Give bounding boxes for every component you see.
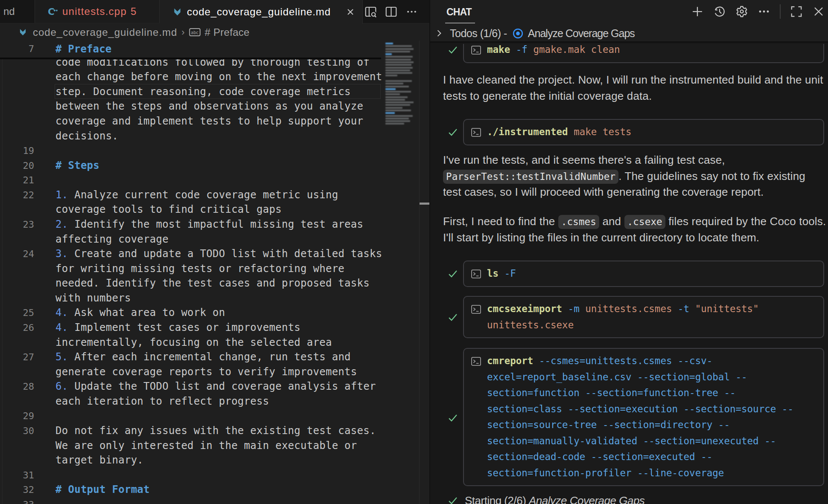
editor-line[interactable]: each iteration to reflect progress (0, 394, 381, 409)
editor-line[interactable]: incrementally, focusing on the selected … (0, 335, 381, 350)
check-icon (447, 44, 458, 55)
split-editor-icon[interactable] (385, 6, 397, 18)
editor-line[interactable]: 21 (0, 173, 381, 188)
editor-line[interactable]: 31 (0, 468, 381, 483)
command-token: "unittests" (695, 303, 759, 314)
command-line: excel=report_baseline.csv --section=glob… (487, 369, 823, 385)
editor-actions (364, 0, 430, 23)
chat-more-button[interactable] (756, 3, 772, 20)
chat-settings-button[interactable] (734, 3, 750, 20)
line-text: Do not fix any issues with the existing … (55, 423, 376, 438)
command-token: make (487, 44, 510, 55)
minimap-line (385, 115, 413, 117)
editor-line[interactable]: affecting coverage (0, 232, 381, 247)
more-actions-icon[interactable] (405, 6, 418, 18)
editor-line[interactable]: 32# Output Format (0, 482, 381, 497)
terminal-command-box[interactable]: ls -F (463, 261, 824, 287)
chat-text-line: ParserTest::testInvalidNumber. The guide… (443, 168, 827, 185)
chat-text-line: tests to generate the initial coverage d… (443, 88, 827, 104)
command-token (562, 303, 568, 314)
cpp-file-icon: C (48, 6, 58, 17)
close-chat-button[interactable] (811, 3, 827, 20)
terminal-command-box[interactable]: cmcsexeimport -m unittests.csmes -t "uni… (463, 296, 824, 338)
editor-line[interactable]: 30Do not fix any issues with the existin… (0, 423, 381, 438)
close-tab-icon[interactable] (345, 7, 356, 17)
terminal-command-box[interactable]: make -f gmake.mak clean (463, 44, 824, 63)
editor-line[interactable]: 232. Identify the most impactful missing… (0, 217, 381, 232)
editor-line[interactable]: We are only interested in the main execu… (0, 438, 381, 453)
header-separator (780, 4, 781, 19)
minimap-line (385, 112, 395, 114)
editor-line[interactable]: 243. Create and update a TODO list with … (0, 246, 381, 261)
minimap-line (385, 107, 402, 109)
editor-line[interactable]: decisions. (0, 129, 381, 144)
editor-line[interactable]: coverage and implement tests to help sup… (0, 114, 381, 129)
line-text: incrementally, focusing on the selected … (55, 335, 332, 350)
editor-line[interactable]: coverage tools to find critical gaps (0, 202, 381, 217)
editor[interactable]: code modifications followed by thorough … (0, 41, 430, 504)
command-token (528, 44, 534, 55)
editor-line[interactable]: 275. After each incremental change, run … (0, 350, 381, 365)
editor-line[interactable]: for writing missing tests or refactoring… (0, 261, 381, 276)
tab-partial[interactable]: nd (0, 0, 35, 23)
line-text: 4. Ask what area to work on (55, 305, 225, 320)
chat-text: and (599, 215, 624, 228)
code-token: 3. (55, 248, 68, 260)
chat-history-button[interactable] (711, 3, 728, 20)
tab-code-coverage-guideline[interactable]: code_coverage_guideline.md (160, 0, 363, 24)
chevron-right-icon[interactable] (434, 29, 444, 38)
code-token: Do not fix any issues with the existing … (55, 425, 376, 437)
line-text: 4. Implement test cases or improvements (55, 320, 300, 335)
line-number: 28 (0, 379, 34, 394)
editor-line[interactable]: with numbers (0, 291, 381, 306)
minimap-line (385, 123, 404, 125)
line-number: 23 (0, 217, 34, 232)
editor-line[interactable]: 221. Analyze current code coverage metri… (0, 188, 381, 203)
line-number: 31 (0, 468, 34, 483)
tab-unittests-cpp[interactable]: C unittests.cpp 5 (35, 0, 160, 23)
code-token: each iteration to reflect progress (55, 395, 269, 407)
minimap-line (385, 51, 410, 52)
minimap-line (385, 70, 410, 71)
line-text: We are only interested in the main execu… (55, 438, 357, 453)
expand-chat-button[interactable] (788, 3, 805, 20)
editor-line[interactable]: between the steps and observations as yo… (0, 99, 381, 114)
chat-content[interactable]: make -f gmake.mak cleanI have cleaned th… (430, 44, 828, 504)
editor-line[interactable]: needed. Identify the test cases and prop… (0, 276, 381, 291)
command-line: section=function --section=function-tree… (487, 385, 823, 401)
editor-line[interactable]: 29 (0, 408, 381, 423)
open-preview-icon[interactable] (364, 6, 377, 18)
editor-line[interactable]: 33 (0, 497, 381, 504)
breadcrumb-file[interactable]: code_coverage_guideline.md (33, 26, 177, 38)
minimap-line (385, 56, 413, 58)
inline-code: ParserTest::testInvalidNumber (443, 170, 618, 184)
minimap-line (385, 88, 396, 90)
chat-panel-title[interactable]: CHAT (446, 6, 472, 18)
editor-line[interactable]: 264. Implement test cases or improvement… (0, 320, 381, 335)
editor-line[interactable]: step. Document reasoning, code coverage … (0, 84, 381, 99)
code-token: decisions. (55, 130, 118, 142)
code-token: Implement test cases or improvements (68, 322, 300, 333)
editor-line[interactable]: generate coverage reports to verify impr… (0, 365, 381, 379)
editor-line[interactable]: 286. Update the TODO list and coverage a… (0, 379, 381, 394)
inline-code: .csexe (624, 215, 665, 229)
editor-line[interactable]: target binary. (0, 453, 381, 468)
terminal-command-box[interactable]: cmreport --csmes=unittests.csmes --csv-e… (463, 348, 824, 486)
minimap[interactable] (384, 41, 419, 504)
line-number: 33 (0, 497, 34, 504)
editor-line[interactable]: 20# Steps (0, 158, 381, 173)
breadcrumb-symbol[interactable]: # Preface (205, 26, 250, 38)
sticky-scroll-row[interactable]: 7 # Preface (0, 41, 381, 58)
line-text: 3. Create and update a TODO list with de… (55, 246, 382, 261)
editor-line[interactable]: 254. Ask what area to work on (0, 305, 381, 320)
todos-row[interactable]: Todos (1/6) - Analyze Coverage Gaps (430, 25, 828, 42)
breadcrumb: code_coverage_guideline.md › abc # Prefa… (0, 24, 430, 41)
command-token: -m (568, 303, 580, 314)
editor-line[interactable]: 19 (0, 143, 381, 158)
new-chat-button[interactable] (689, 3, 706, 20)
terminal-icon (471, 124, 482, 140)
line-number: 22 (0, 188, 34, 203)
editor-line[interactable]: each change before moving on to the next… (0, 70, 381, 84)
terminal-command-box[interactable]: ./instrumented make tests (463, 119, 824, 145)
command-token: --csmes=unittests.csmes --csv- (539, 355, 712, 366)
